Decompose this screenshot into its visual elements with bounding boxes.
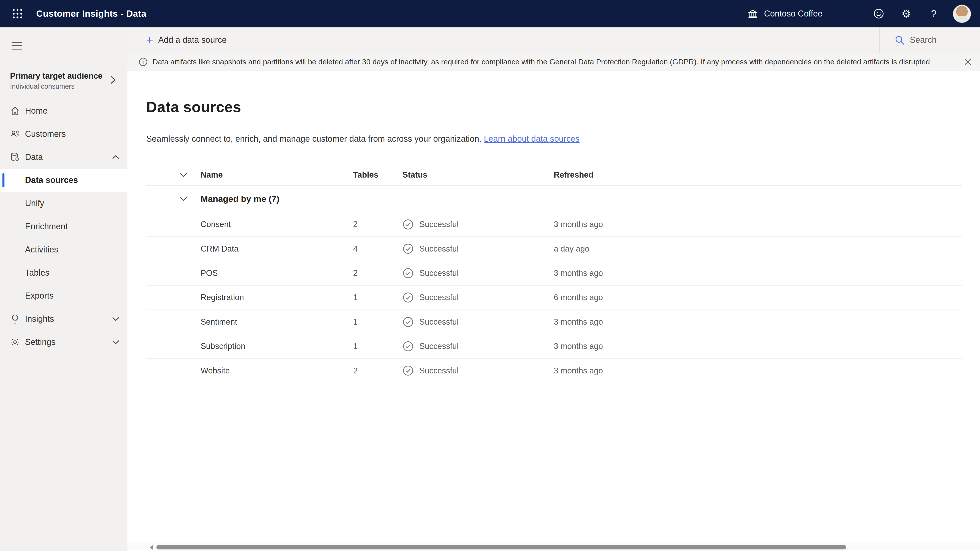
success-check-icon — [402, 219, 414, 230]
gdpr-info-banner: Data artifacts like snapshots and partit… — [127, 53, 980, 71]
sidebar-item-settings[interactable]: Settings — [0, 331, 127, 354]
plus-icon: + — [146, 34, 153, 46]
page-description-text: Seamlessly connect to, enrich, and manag… — [146, 134, 484, 143]
chevron-right-icon — [110, 75, 116, 86]
feedback-smiley-icon — [872, 8, 885, 20]
cell-refreshed: 3 months ago — [554, 342, 963, 351]
feedback-button[interactable] — [865, 0, 892, 27]
sidebar-item-label: Activities — [25, 245, 58, 255]
sidebar-item-data-sources[interactable]: Data sources — [0, 169, 127, 192]
org-building-icon — [746, 8, 759, 20]
help-button[interactable]: ? — [920, 0, 948, 27]
settings-gear-icon: ⚙ — [900, 8, 913, 20]
sidebar-item-activities[interactable]: Activities — [0, 238, 127, 261]
cell-name: POS — [200, 269, 353, 278]
environment-picker[interactable]: Contoso Coffee — [739, 0, 830, 27]
success-check-icon — [402, 365, 414, 376]
scroll-left-arrow-icon[interactable] — [150, 545, 153, 550]
search-input[interactable]: Search — [879, 27, 980, 53]
audience-switcher[interactable]: Primary target audience Individual consu… — [10, 71, 121, 91]
cell-refreshed: 6 months ago — [554, 293, 963, 302]
sidebar-item-label: Data sources — [25, 175, 78, 185]
sidebar-item-label: Data — [25, 152, 43, 162]
cell-status: Successful — [402, 268, 554, 279]
cell-refreshed: 3 months ago — [554, 317, 963, 326]
collapse-all-chevron[interactable] — [146, 172, 200, 177]
table-header-row: Name Tables Status Refreshed — [146, 165, 963, 186]
add-data-source-button[interactable]: + Add a data source — [146, 34, 227, 46]
status-text: Successful — [419, 366, 458, 376]
status-text: Successful — [419, 269, 458, 278]
add-data-source-label: Add a data source — [158, 35, 226, 45]
sidebar-item-customers[interactable]: Customers — [0, 122, 127, 145]
help-icon: ? — [928, 8, 940, 20]
cell-tables: 2 — [353, 220, 402, 229]
table-row[interactable]: Sentiment 1 Successful 3 months ago — [146, 310, 963, 334]
scrollbar-thumb[interactable] — [156, 545, 846, 549]
settings-button[interactable]: ⚙ — [892, 0, 920, 27]
table-row[interactable]: Subscription 1 Successful 3 months ago — [146, 334, 963, 359]
sidebar-item-unify[interactable]: Unify — [0, 192, 127, 215]
table-row[interactable]: Consent 2 Successful 3 months ago — [146, 212, 963, 237]
app-body: Primary target audience Individual consu… — [0, 27, 980, 551]
sidebar-item-enrichment[interactable]: Enrichment — [0, 215, 127, 238]
top-app-bar: Customer Insights - Data Contoso Coffee — [0, 0, 980, 27]
column-header-tables[interactable]: Tables — [353, 170, 402, 180]
cell-refreshed: 3 months ago — [554, 220, 963, 229]
cell-tables: 2 — [353, 269, 402, 278]
success-check-icon — [402, 341, 414, 352]
command-bar: + Add a data source Search — [127, 27, 980, 53]
horizontal-scrollbar — [127, 543, 980, 551]
sidebar-item-tables[interactable]: Tables — [0, 261, 127, 284]
sidebar-item-label: Insights — [25, 314, 54, 324]
status-text: Successful — [419, 293, 458, 302]
chevron-down-icon — [112, 317, 119, 321]
column-header-status[interactable]: Status — [402, 170, 554, 180]
cell-status: Successful — [402, 316, 554, 328]
column-header-refreshed[interactable]: Refreshed — [554, 170, 963, 180]
close-icon[interactable] — [962, 56, 974, 68]
sidebar-item-exports[interactable]: Exports — [0, 284, 127, 307]
cell-status: Successful — [402, 219, 554, 230]
main-panel: + Add a data source Search Data a — [127, 27, 980, 551]
cell-refreshed: 3 months ago — [554, 269, 963, 278]
sidebar-item-label: Tables — [25, 268, 49, 278]
lightbulb-icon — [10, 314, 20, 324]
sidebar-item-label: Enrichment — [25, 222, 68, 231]
chevron-down-icon — [112, 340, 119, 344]
table-row[interactable]: Registration 1 Successful 6 months ago — [146, 286, 963, 310]
gear-icon — [10, 337, 20, 347]
audience-text: Primary target audience Individual consu… — [10, 71, 110, 91]
table-row[interactable]: POS 2 Successful 3 months ago — [146, 261, 963, 285]
cell-status: Successful — [402, 365, 554, 376]
success-check-icon — [402, 243, 414, 255]
database-icon — [10, 152, 20, 162]
app-window: Customer Insights - Data Contoso Coffee — [0, 0, 980, 551]
cell-name: CRM Data — [200, 244, 353, 253]
sidebar-item-home[interactable]: Home — [0, 99, 127, 123]
cell-status: Successful — [402, 292, 554, 303]
waffle-grid-icon — [13, 9, 22, 19]
status-text: Successful — [419, 317, 458, 326]
audience-title: Primary target audience — [10, 71, 110, 81]
group-label: Managed by me (7) — [200, 194, 963, 204]
column-header-name[interactable]: Name — [200, 170, 353, 180]
cell-name: Sentiment — [200, 317, 353, 326]
table-row[interactable]: Website 2 Successful 3 months ago — [146, 359, 963, 383]
collapse-nav-button[interactable] — [6, 36, 27, 55]
page-content: Data sources Seamlessly connect to, enri… — [127, 71, 980, 551]
hamburger-icon — [11, 41, 22, 50]
status-text: Successful — [419, 342, 458, 351]
cell-name: Consent — [200, 220, 353, 229]
waffle-menu-icon[interactable] — [8, 4, 28, 24]
user-avatar[interactable] — [953, 5, 971, 23]
learn-about-data-sources-link[interactable]: Learn about data sources — [484, 134, 579, 143]
group-collapse-chevron[interactable] — [146, 196, 200, 201]
page-title: Data sources — [146, 98, 980, 115]
table-row[interactable]: CRM Data 4 Successful a day ago — [146, 237, 963, 261]
sidebar-item-label: Settings — [25, 337, 56, 347]
group-header-row[interactable]: Managed by me (7) — [146, 186, 963, 213]
left-navigation: Primary target audience Individual consu… — [0, 27, 127, 551]
sidebar-item-insights[interactable]: Insights — [0, 307, 127, 331]
sidebar-item-data[interactable]: Data — [0, 145, 127, 169]
